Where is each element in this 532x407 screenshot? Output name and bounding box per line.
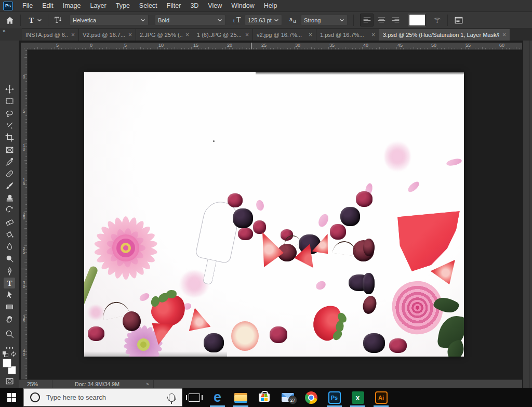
toggle-panels-icon[interactable] [454, 16, 463, 25]
mail-taskbar-button[interactable]: 27 [276, 388, 299, 407]
canvas-document[interactable] [84, 72, 464, 357]
h-ruler-label: 40 [363, 43, 368, 48]
menu-view[interactable]: View [203, 0, 227, 11]
ellipsis-tool[interactable] [4, 343, 15, 353]
lasso-tool[interactable] [4, 108, 15, 119]
type-tool-icon[interactable]: T [27, 16, 36, 24]
menu-edit[interactable]: Edit [37, 0, 58, 11]
dodge-tool[interactable] [4, 253, 15, 264]
foreground-color-swatch[interactable] [3, 359, 11, 367]
align-center-button[interactable] [375, 14, 388, 26]
tab-close-icon[interactable]: × [502, 31, 506, 38]
frame-tool[interactable] [4, 145, 15, 155]
tab-close-icon[interactable]: × [371, 31, 375, 38]
hand-icon [5, 315, 14, 324]
ellipsis-icon [5, 344, 14, 352]
document-tab-2[interactable]: V2.psd @ 16.7...× [79, 29, 136, 41]
document-tab-5[interactable]: v2.jpg @ 16.7%...× [253, 29, 316, 41]
document-tab-3[interactable]: 2.JPG @ 25% (...× [136, 29, 193, 41]
foreground-background-swatches[interactable] [2, 359, 17, 374]
move-tool[interactable] [4, 84, 15, 95]
quick-mask-button[interactable] [4, 376, 15, 387]
task-view-taskbar-button[interactable] [182, 388, 206, 407]
hand-tool[interactable] [4, 314, 15, 325]
tab-close-icon[interactable]: × [309, 31, 312, 38]
tab-close-icon[interactable]: × [185, 31, 189, 38]
blur-tool[interactable] [4, 241, 15, 252]
document-tab-6[interactable]: 1.psd @ 16.7%...× [316, 29, 379, 41]
pen-tool[interactable] [4, 266, 15, 277]
edge-icon: e [214, 390, 221, 404]
menu-layer[interactable]: Layer [85, 0, 111, 11]
document-tab-4[interactable]: 1 (6).JPG @ 25...× [193, 29, 253, 41]
font-size-select[interactable]: 125.63 pt [245, 15, 282, 25]
strawberry-leaf [235, 343, 246, 355]
search-input[interactable] [45, 393, 165, 402]
menu-file[interactable]: File [18, 0, 37, 11]
anti-alias-select[interactable]: Strong [301, 15, 348, 25]
chrome-taskbar-button[interactable] [299, 388, 323, 407]
brush-tool[interactable] [4, 180, 15, 191]
raspberry [253, 220, 266, 234]
healing-brush-tool[interactable] [4, 168, 15, 179]
menu-help[interactable]: Help [259, 0, 282, 11]
tab-close-icon[interactable]: × [245, 31, 249, 38]
h-ruler-label: 50 [431, 43, 436, 48]
zoom-level-field[interactable]: 25% [19, 381, 52, 387]
store-taskbar-button[interactable] [252, 388, 276, 407]
text-orientation-icon[interactable] [54, 16, 62, 24]
text-color-swatch[interactable] [409, 14, 425, 26]
edge-taskbar-button[interactable]: e [206, 388, 229, 407]
illustrator-taskbar-button[interactable]: Ai [369, 388, 393, 407]
toolbar-collapse-arrows[interactable]: » [0, 28, 22, 41]
vertical-ruler[interactable]: 051 01 52 02 53 03 54 0 [21, 49, 28, 379]
photoshop-taskbar-button[interactable]: Ps [323, 388, 346, 407]
illustrator-icon: Ai [375, 391, 388, 404]
history-brush-tool[interactable] [4, 205, 15, 216]
magic-wand-tool[interactable] [4, 120, 15, 131]
document-tab-1[interactable]: INSTA.psd @ 6...× [22, 29, 79, 41]
anti-alias-icon: aa [289, 16, 298, 24]
pasteboard [19, 41, 522, 379]
taskbar-search[interactable] [23, 388, 182, 406]
start-button[interactable] [0, 388, 23, 407]
home-icon[interactable] [5, 16, 15, 25]
brush-icon [5, 181, 14, 190]
horizontal-ruler[interactable]: 5051015202530354045505560 [21, 43, 522, 50]
tab-close-icon[interactable]: × [128, 31, 132, 38]
divider [20, 15, 21, 26]
type-tool[interactable]: T [4, 278, 15, 288]
clone-stamp-tool[interactable] [4, 193, 15, 204]
align-right-button[interactable] [389, 14, 402, 26]
document-tab-7[interactable]: 3.psd @ 25% (Hue/Saturation 1, Layer Mas… [379, 29, 510, 41]
crop-tool[interactable] [4, 132, 15, 143]
align-left-button[interactable] [360, 14, 374, 27]
eyedropper-tool[interactable] [4, 156, 15, 167]
marquee-tool[interactable] [4, 96, 15, 107]
menu-select[interactable]: Select [135, 0, 162, 11]
microphone-icon[interactable] [169, 393, 175, 402]
chevron-down-icon[interactable] [37, 18, 42, 23]
menu-3d[interactable]: 3D [185, 0, 203, 11]
path-select-tool[interactable] [4, 290, 15, 300]
tab-close-icon[interactable]: × [71, 31, 75, 38]
menu-window[interactable]: Window [227, 0, 259, 11]
explorer-taskbar-button[interactable] [229, 388, 252, 407]
font-style-select[interactable]: Bold [155, 15, 225, 25]
photoshop-icon: Ps [328, 391, 341, 404]
menu-image[interactable]: Image [58, 0, 86, 11]
eraser-tool[interactable] [4, 217, 15, 228]
gradient-tool[interactable] [4, 229, 15, 240]
excel-taskbar-button[interactable]: x [346, 388, 369, 407]
shape-tool[interactable] [4, 301, 15, 312]
clone-stamp-icon [5, 194, 14, 203]
zoom-tool[interactable] [4, 329, 15, 339]
chevron-down-icon [274, 18, 279, 23]
font-family-select[interactable]: Helvetica [70, 15, 149, 25]
tab-label: 1 (6).JPG @ 25... [197, 32, 242, 38]
tab-label: v2.jpg @ 16.7%... [257, 32, 305, 38]
status-expander-button[interactable]: > [142, 382, 153, 387]
cherry [361, 294, 378, 315]
menu-type[interactable]: Type [111, 0, 135, 11]
menu-filter[interactable]: Filter [162, 0, 186, 11]
